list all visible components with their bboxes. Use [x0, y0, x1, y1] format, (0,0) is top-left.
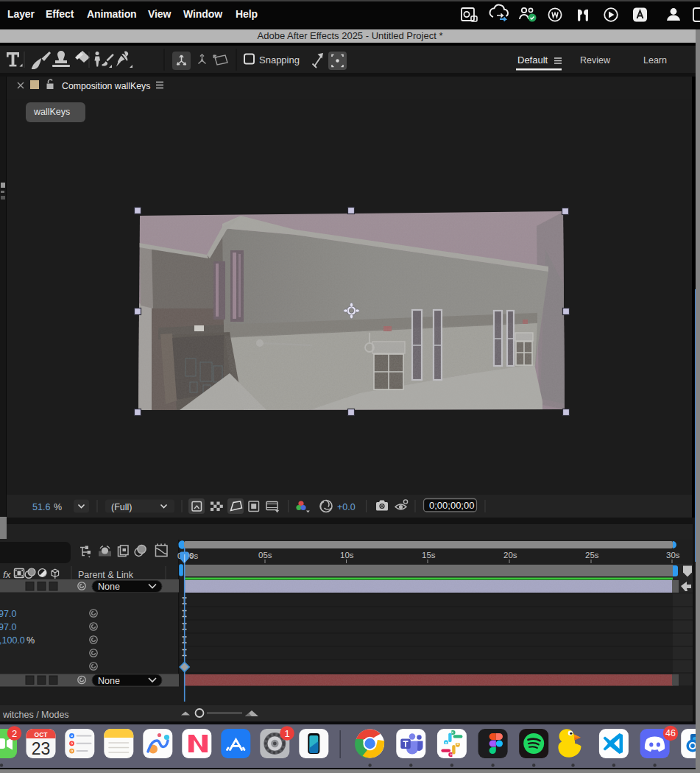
svg-text:97.0: 97.0 — [0, 609, 16, 619]
svg-text:25s: 25s — [585, 551, 599, 560]
svg-text:Default: Default — [517, 54, 548, 66]
svg-text:51.6: 51.6 — [32, 502, 50, 512]
svg-text:Learn: Learn — [643, 55, 667, 66]
svg-text:None: None — [98, 676, 120, 686]
svg-text:witches / Modes: witches / Modes — [2, 710, 69, 720]
svg-text:Review: Review — [580, 55, 611, 66]
svg-text:23: 23 — [32, 739, 51, 758]
svg-text:97.0: 97.0 — [0, 622, 16, 632]
svg-text:30s: 30s — [666, 551, 680, 560]
svg-text:1: 1 — [284, 728, 289, 739]
svg-text:Composition wallKeys: Composition wallKeys — [62, 81, 150, 91]
svg-text:10s: 10s — [340, 551, 354, 560]
svg-text:Snapping: Snapping — [259, 54, 300, 66]
svg-text:%: % — [26, 635, 35, 646]
svg-text:fx: fx — [3, 569, 12, 580]
svg-text:20s: 20s — [503, 551, 517, 560]
svg-text:Parent & Link: Parent & Link — [78, 570, 134, 580]
svg-text:%: % — [54, 502, 62, 512]
svg-text:46: 46 — [665, 728, 676, 738]
svg-text:(Full): (Full) — [111, 502, 132, 512]
svg-text:None: None — [98, 582, 120, 592]
svg-text:OCT: OCT — [35, 731, 49, 738]
svg-text:05s: 05s — [258, 551, 272, 560]
svg-text:2: 2 — [12, 728, 17, 739]
svg-text:+0.0: +0.0 — [337, 502, 356, 512]
svg-text:,100.0: ,100.0 — [0, 635, 25, 646]
svg-text:15s: 15s — [422, 551, 436, 560]
svg-text:0;00;00;00: 0;00;00;00 — [429, 500, 474, 511]
